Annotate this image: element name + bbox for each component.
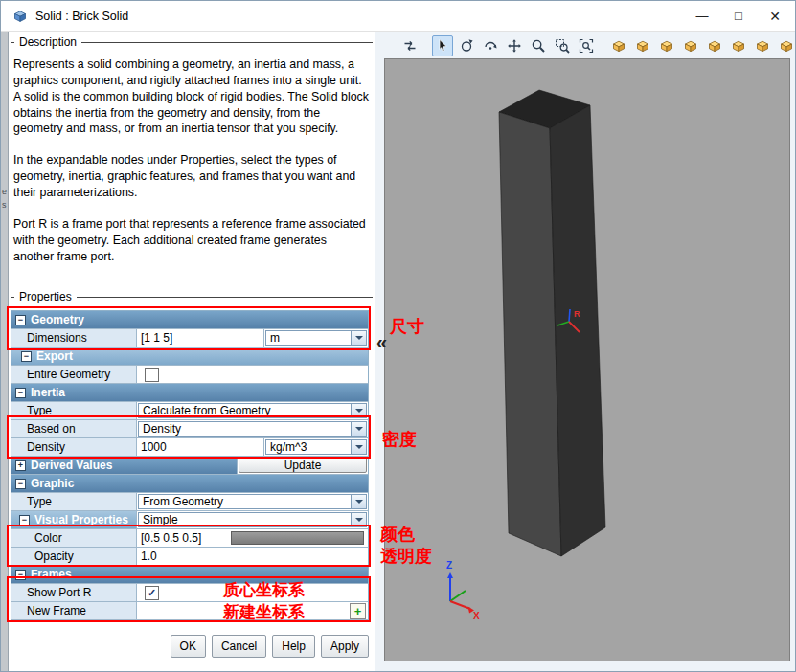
dropdown-arrow-icon[interactable]	[351, 440, 366, 454]
dropdown-arrow-icon[interactable]	[351, 495, 366, 508]
parameters-panel: Description Represents a solid combining…	[9, 32, 375, 672]
swap-panes-icon[interactable]	[399, 35, 421, 56]
dropdown-arrow-icon[interactable]	[351, 513, 366, 526]
row-opacity: Opacity 1.0	[11, 548, 369, 566]
row-inertia-type: Type Calculate from Geometry	[11, 402, 369, 420]
dropdown-arrow-icon[interactable]	[351, 404, 366, 417]
world-x-label: X	[473, 611, 480, 621]
section-label: Graphic	[31, 477, 74, 490]
collapse-panel-chevron[interactable]: «	[376, 332, 387, 351]
entire-geometry-label: Entire Geometry	[11, 366, 137, 383]
dropdown-arrow-icon[interactable]	[351, 422, 366, 436]
view-perspective-icon[interactable]	[776, 35, 796, 56]
visual-properties-value: Simple	[143, 513, 178, 526]
subsection-export[interactable]: − Export	[11, 347, 369, 366]
row-based-on: Based on Density	[11, 420, 369, 438]
apply-button[interactable]: Apply	[321, 635, 369, 658]
entire-geometry-checkbox[interactable]	[145, 368, 159, 382]
view-bottom-icon[interactable]	[704, 35, 725, 56]
collapse-icon[interactable]: −	[19, 515, 30, 526]
property-table: − Geometry Dimensions [1 1 5] m − Export…	[11, 310, 369, 620]
description-header: Description	[11, 35, 373, 49]
dimensions-unit-dropdown[interactable]: m	[265, 330, 367, 346]
zoom-icon[interactable]	[528, 35, 549, 56]
graphic-type-label: Type	[11, 493, 137, 510]
section-graphic[interactable]: − Graphic	[11, 475, 369, 493]
section-derived-values[interactable]: + Derived Values	[11, 457, 238, 474]
view-front-icon[interactable]	[632, 35, 653, 56]
section-label: Inertia	[31, 386, 65, 399]
dimensions-unit-value: m	[270, 331, 280, 345]
roll-icon[interactable]	[480, 35, 501, 56]
graphic-type-value: From Geometry	[143, 495, 223, 508]
density-unit-dropdown[interactable]: kg/m^3	[265, 439, 367, 455]
row-visual-properties: − Visual Properties Simple	[11, 511, 369, 529]
pan-icon[interactable]	[504, 35, 525, 56]
description-paragraph: In the expandable nodes under Properties…	[13, 152, 370, 201]
brick-render: R Z X	[385, 59, 789, 661]
view-top-icon[interactable]	[680, 35, 701, 56]
color-label: Color	[11, 529, 137, 547]
zoom-region-icon[interactable]	[552, 35, 573, 56]
row-new-frame: New Frame +	[11, 602, 369, 620]
view-back-icon[interactable]	[656, 35, 677, 56]
viewport-3d[interactable]: R Z X	[384, 58, 790, 661]
visual-properties-dropdown[interactable]: Simple	[138, 512, 367, 527]
subsection-label: Export	[36, 349, 73, 363]
help-button[interactable]: Help	[272, 635, 315, 658]
collapse-icon[interactable]: −	[15, 479, 26, 489]
close-button[interactable]: ✕	[757, 1, 793, 31]
world-z-label: Z	[446, 560, 452, 571]
inertia-type-dropdown[interactable]: Calculate from Geometry	[138, 403, 367, 418]
solid-dialog-window: Solid : Brick Solid — □ ✕ e s Descriptio…	[0, 0, 796, 672]
expand-icon[interactable]: +	[15, 460, 26, 471]
view-right-icon[interactable]	[752, 35, 773, 56]
collapse-icon[interactable]: −	[15, 388, 26, 398]
section-label: Derived Values	[31, 459, 112, 472]
color-value-field[interactable]: [0.5 0.5 0.5]	[141, 531, 229, 545]
subsection-visual-properties[interactable]: − Visual Properties	[11, 511, 137, 528]
opacity-label: Opacity	[11, 548, 137, 565]
graphic-type-dropdown[interactable]: From Geometry	[138, 494, 367, 509]
row-show-port-r: Show Port R ✓	[11, 584, 369, 602]
description-heading: Description	[19, 35, 77, 49]
show-port-r-checkbox[interactable]: ✓	[145, 586, 159, 600]
background-fragment: s	[2, 200, 7, 210]
new-frame-label: New Frame	[11, 602, 137, 619]
show-port-r-label: Show Port R	[11, 584, 137, 601]
collapse-icon[interactable]: −	[15, 570, 26, 580]
fit-view-icon[interactable]	[576, 35, 597, 56]
density-unit-value: kg/m^3	[270, 440, 307, 454]
row-entire-geometry: Entire Geometry	[11, 366, 369, 384]
section-inertia[interactable]: − Inertia	[11, 384, 369, 402]
view-isometric-icon[interactable]	[608, 35, 629, 56]
description-paragraph: Port R is a frame port that represents a…	[13, 216, 370, 265]
select-cursor-icon[interactable]	[432, 35, 453, 56]
density-value-field[interactable]: 1000	[137, 438, 264, 456]
section-geometry[interactable]: − Geometry	[11, 311, 369, 329]
view-left-icon[interactable]	[728, 35, 749, 56]
collapse-icon[interactable]: −	[15, 315, 26, 325]
new-frame-add-button[interactable]: +	[350, 603, 366, 619]
inertia-type-value: Calculate from Geometry	[143, 404, 270, 417]
orbit-icon[interactable]	[456, 35, 477, 56]
ok-button[interactable]: OK	[171, 635, 206, 658]
based-on-dropdown[interactable]: Density	[138, 421, 367, 437]
dropdown-arrow-icon[interactable]	[351, 331, 366, 345]
color-swatch[interactable]	[231, 531, 364, 545]
background-window-edge: e s	[1, 32, 9, 672]
update-button[interactable]: Update	[239, 458, 367, 473]
cancel-button[interactable]: Cancel	[212, 635, 266, 658]
dialog-button-bar: OK Cancel Help Apply	[171, 635, 369, 658]
collapse-icon[interactable]: −	[21, 351, 32, 362]
opacity-value-field[interactable]: 1.0	[137, 548, 368, 565]
maximize-button[interactable]: □	[720, 1, 757, 31]
minimize-button[interactable]: —	[684, 1, 720, 31]
section-frames[interactable]: − Frames	[11, 566, 369, 584]
section-label: Geometry	[31, 313, 84, 326]
density-label: Density	[11, 438, 137, 456]
visualization-toolbar	[382, 34, 794, 57]
dimensions-value-field[interactable]: [1 1 5]	[137, 329, 264, 347]
world-frame-triad: Z X	[446, 560, 480, 621]
row-dimensions: Dimensions [1 1 5] m	[11, 329, 369, 347]
